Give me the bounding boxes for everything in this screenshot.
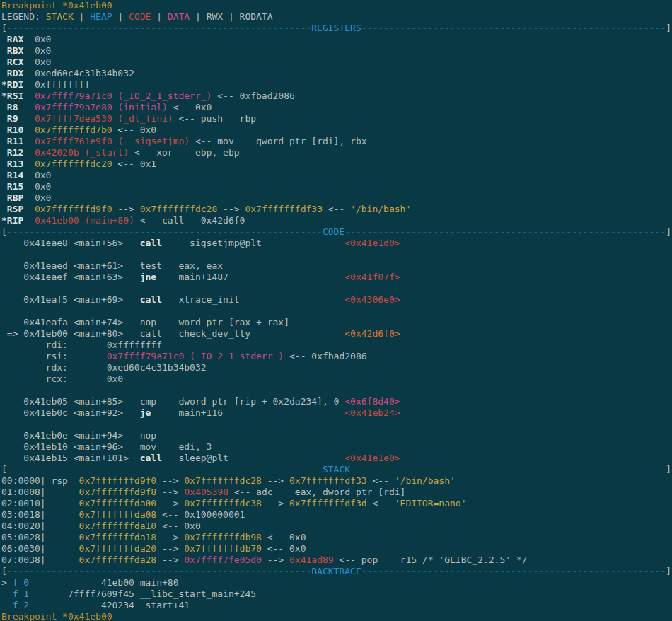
text-segment: <-- call 0x42d6f0 (134, 215, 245, 226)
text-segment: <0x6f8d40> (344, 396, 400, 407)
text-segment (18, 113, 34, 124)
text-segment (1, 600, 13, 610)
text-segment: 0x7fffffffda08 (79, 509, 157, 520)
text-segment: RBP (1, 192, 23, 203)
text-segment: 0x41eb00 (main+80) (35, 215, 134, 226)
text-segment: ] (666, 566, 671, 576)
terminal-line: 05:0028| 0x7fffffffda18 --> 0x7fffffffdb… (1, 532, 672, 543)
text-segment: > (1, 577, 13, 588)
text-segment: R9 (1, 113, 18, 124)
text-segment: <-- 0x0 (168, 102, 212, 112)
text-segment: 0x7ffff79a71c0 (_IO_2_1_stderr_) (35, 91, 212, 101)
text-segment: 0x7ffff7fe05d0 (184, 555, 262, 565)
text-segment: 02:0010| (1, 498, 79, 509)
text-segment: ] (666, 23, 671, 33)
text-segment: <-- (323, 204, 350, 214)
text-segment: | (112, 11, 129, 22)
text-segment: 'EDITOR=nano' (395, 498, 467, 509)
text-segment: --> (262, 555, 289, 565)
terminal-line: rcx: 0x0 (1, 373, 672, 385)
text-segment: R13 (1, 158, 23, 169)
text-segment: 0x42020b (_start) (35, 147, 129, 158)
text-segment: Breakpoint *0x41eb00 (1, 611, 112, 621)
text-segment: CODE (129, 11, 151, 22)
section-header: Breakpoint *0x41eb00LEGEND: STACK | HEAP… (1, 0, 672, 23)
blank-line (1, 283, 672, 294)
text-segment: rdx: 0xed60c4c31b34b032 (1, 362, 207, 373)
text-segment: 0x7fffffffd7b0 (35, 124, 112, 135)
text-segment: rcx: 0x0 (1, 373, 123, 384)
text-segment: *RIP (1, 215, 23, 226)
text-segment: '/bin/bash' (395, 475, 456, 486)
text-segment: 0x7fffffffda10 (79, 521, 157, 531)
terminal-line: 02:0010| 0x7fffffffda00 --> 0x7fffffffdc… (1, 498, 672, 509)
text-segment: <-- pop r15 /* 'GLIBC_2.2.5' */ (334, 555, 528, 565)
text-segment: 7ffff7609f45 __libc_start_main+245 (29, 588, 256, 599)
terminal-line: 03:0018| 0x7fffffffda08 <-- 0x100000001 (1, 509, 672, 521)
text-segment: *RDI (1, 79, 23, 90)
terminal-line: 0x41eaf5 <main+69> call xtrace_init <0x4… (1, 294, 672, 306)
text-segment: 0x41ad89 (289, 555, 334, 565)
text-segment: 0x7fffffffda00 (79, 498, 157, 509)
text-segment: <-- 0xfbad2086 (284, 351, 366, 361)
text-segment: BACKTRACE (311, 566, 361, 576)
text-segment: <0x41e1d0> (344, 238, 400, 248)
text-segment: 0x7ffff79a7e80 (initial) (35, 102, 168, 112)
text-segment: => 0x41eb00 <main+80> call check_dev_tty (1, 328, 344, 339)
text-segment: 0x7ffff761e9f0 (__sigsetjmp) (35, 136, 190, 146)
text-segment (23, 204, 35, 214)
text-segment: 00:0000| rsp (1, 475, 79, 486)
text-segment: ----------------------------------------… (7, 464, 323, 475)
terminal-line: R9 0x7ffff7dea530 (_dl_fini) <-- push rb… (1, 113, 672, 124)
text-segment: R14 (1, 170, 23, 180)
text-segment: __sigsetjmp@plt (162, 238, 344, 248)
text-segment: <-- (367, 498, 395, 509)
terminal-line: R13 0x7fffffffdc20 <-- 0x1 (1, 158, 672, 170)
text-segment: RBX (1, 45, 23, 56)
blank-line (1, 306, 672, 317)
text-segment: STACK (323, 464, 350, 475)
terminal-line: Breakpoint *0x41eb00 (1, 611, 672, 621)
terminal-line: > f 0 41eb00 main+80 (1, 577, 672, 588)
terminal-line: [---------------------------------------… (1, 566, 672, 577)
text-segment: 41eb00 main+80 (29, 577, 178, 588)
text-segment: 0x7fffffffda20 (79, 543, 157, 554)
text-segment: 0x7ffff7dea530 (_dl_fini) (35, 113, 173, 124)
terminal-line: 0x41eb0c <main+92> je main+116 <0x41eb24… (1, 407, 672, 419)
terminal-line: f 1 7ffff7609f45 __libc_start_main+245 (1, 588, 672, 600)
terminal-line: RCX 0x0 (1, 57, 672, 68)
text-segment: 0x41eae8 <main+56> (1, 238, 140, 248)
section-footer: Breakpoint *0x41eb00 (1, 611, 672, 621)
terminal-line: 01:0008| 0x7fffffffd9f8 --> 0x405398 <--… (1, 487, 672, 498)
text-segment: R8 (1, 102, 18, 112)
text-segment: RWX (207, 11, 223, 22)
text-segment: 03:0018| (1, 509, 79, 520)
terminal-line: 0x41eb10 <main+96> mov edi, 3 (1, 441, 672, 453)
text-segment: 0xed60c4c31b34b032 (23, 68, 134, 79)
text-segment: 0x7fffffffdc20 (35, 158, 112, 169)
text-segment: 01:0008| (1, 487, 79, 497)
text-segment: 0x7fffffffdc28 (140, 204, 218, 214)
text-segment: --> (112, 204, 140, 214)
text-segment: <0x41e1e0> (344, 453, 400, 463)
text-segment: HEAP (90, 11, 112, 22)
text-segment: [ (1, 23, 7, 33)
text-segment: REGISTERS (311, 23, 361, 33)
text-segment: call (140, 238, 162, 248)
text-segment: [ (1, 566, 7, 576)
text-segment: RODATA (240, 11, 273, 22)
text-segment: 0x41eb0c <main+92> (1, 407, 140, 418)
terminal-line: 0x41eafa <main+74> nop word ptr [rax + r… (1, 317, 672, 328)
terminal-line: 00:0000| rsp 0x7fffffffd9f0 --> 0x7fffff… (1, 475, 672, 487)
text-segment: <-- 0x0 (112, 124, 157, 135)
text-segment: je (140, 407, 151, 418)
text-segment: <0x42d6f0> (344, 328, 400, 339)
terminal[interactable]: Breakpoint *0x41eb00LEGEND: STACK | HEAP… (0, 0, 672, 621)
text-segment: 06:0030| (1, 543, 79, 554)
section-registers: [---------------------------------------… (1, 23, 672, 226)
text-segment: ----------------------------------------… (7, 566, 311, 576)
text-segment: rdi: 0xffffffff (1, 339, 162, 350)
text-segment: [ (1, 464, 7, 475)
text-segment: R11 (1, 136, 23, 146)
text-segment: 0x7fffffffdf33 (289, 475, 367, 486)
